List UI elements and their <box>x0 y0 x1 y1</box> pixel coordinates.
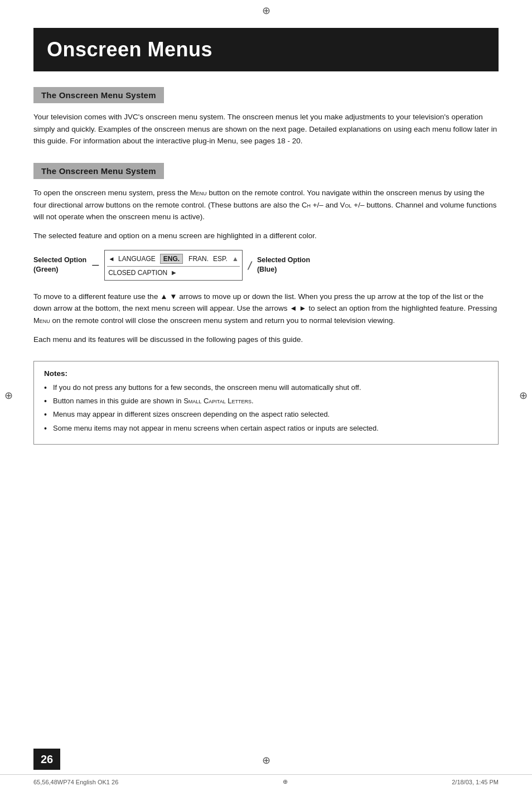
note-item-2: Button names in this guide are shown in … <box>44 396 488 407</box>
selected-option-blue-label: Selected Option (Blue) <box>257 255 310 275</box>
note-item-1: If you do not press any buttons for a fe… <box>44 382 488 393</box>
compass-left: ⊕ <box>4 389 13 402</box>
section1-header-box: The Onscreen Menu System <box>33 87 164 103</box>
compass-right: ⊕ <box>519 389 528 402</box>
diagram-slash: / <box>248 257 252 273</box>
menu-row1-opt2: ESP. <box>213 255 228 263</box>
section2-paragraph4: Each menu and its features will be discu… <box>33 334 499 346</box>
menu-row1-text: LANGUAGE <box>118 255 156 263</box>
note-item-3: Menus may appear in different sizes onsc… <box>44 409 488 420</box>
compass-bottom: ⊕ <box>262 754 270 766</box>
footer-right: 2/18/03, 1:45 PM <box>452 779 499 785</box>
selected-option-green-label: Selected Option (Green) <box>33 255 86 275</box>
page-number-badge: 26 <box>33 749 60 770</box>
notes-title: Notes: <box>44 369 488 378</box>
menu-row-caption: CLOSED CAPTION ▶ <box>105 268 242 278</box>
page-container: ⊕ ⊕ ⊕ Onscreen Menus The Onscreen Menu S… <box>0 0 532 791</box>
section1-header-text: The Onscreen Menu System <box>41 90 156 100</box>
menu-row1-opt1: FRAN. <box>188 255 209 263</box>
menu-box: ◄ LANGUAGE ENG. FRAN. ESP. ▲ CLOSED CAPT… <box>104 250 243 281</box>
compass-top: ⊕ <box>262 4 270 17</box>
menu-row2-text: CLOSED CAPTION <box>108 269 167 277</box>
section2-header-box: The Onscreen Menu System <box>33 163 164 179</box>
section2-paragraph1: To open the onscreen menu system, press … <box>33 187 499 223</box>
menu-row2-arrow: ▶ <box>172 269 176 276</box>
menu-divider <box>107 266 240 267</box>
page-number: 26 <box>41 753 53 766</box>
note-item-4: Some menu items may not appear in menu s… <box>44 423 488 434</box>
section1-block: The Onscreen Menu System Your television… <box>33 87 499 147</box>
content-area: Onscreen Menus The Onscreen Menu System … <box>33 28 499 445</box>
section1-paragraph: Your television comes with JVC's onscree… <box>33 111 499 147</box>
section2-header-text: The Onscreen Menu System <box>41 166 156 176</box>
page-title-banner: Onscreen Menus <box>33 28 499 71</box>
section2-paragraph3: To move to a different feature use the ▲… <box>33 291 499 327</box>
diagram-arrows-left: — <box>92 261 99 269</box>
notes-list: If you do not press any buttons for a fe… <box>44 382 488 434</box>
menu-row1-arrow: ◄ <box>108 255 115 262</box>
section2-paragraph2: The selected feature and option on a men… <box>33 230 499 242</box>
notes-box: Notes: If you do not press any buttons f… <box>33 361 499 445</box>
page-footer: 65,56,48WP74 English OK1 26 ⊕ 2/18/03, 1… <box>0 774 532 785</box>
footer-compass: ⊕ <box>283 778 288 785</box>
menu-row-language: ◄ LANGUAGE ENG. FRAN. ESP. ▲ <box>105 253 242 265</box>
section2-block: The Onscreen Menu System To open the ons… <box>33 163 499 345</box>
page-title: Onscreen Menus <box>47 38 485 61</box>
menu-diagram: Selected Option (Green) — ◄ LANGUAGE ENG… <box>33 250 499 281</box>
menu-row1-highlight: ENG. <box>160 254 183 264</box>
footer-left: 65,56,48WP74 English OK1 26 <box>33 779 118 785</box>
